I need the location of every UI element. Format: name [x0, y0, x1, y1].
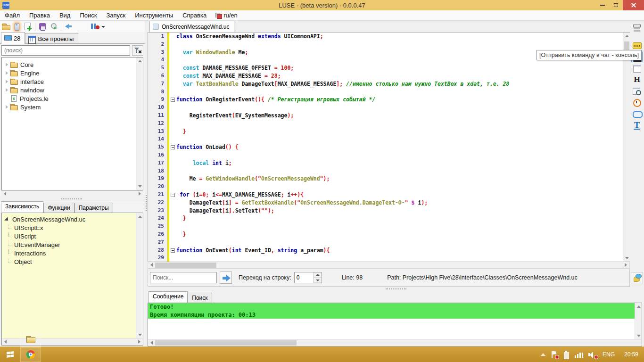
editor-hscrollbar[interactable] [148, 262, 630, 269]
code-editor[interactable]: 1class OnScreenMessageWnd extends UIComm… [148, 32, 630, 262]
maximize-button[interactable] [609, 0, 623, 10]
dep-tab-Параметры[interactable]: Параметры [74, 203, 113, 213]
search-icon[interactable] [49, 22, 58, 31]
menu-item-Справка[interactable]: Справка [178, 11, 211, 20]
minimize-button[interactable] [595, 0, 609, 10]
new-file-icon[interactable] [23, 22, 33, 31]
message-tab-Поиск[interactable]: Поиск [188, 293, 212, 303]
expand-arrow-icon[interactable] [6, 63, 8, 66]
window-icon[interactable] [631, 63, 643, 74]
dependency-item-Interactions[interactable]: Interactions [2, 249, 136, 258]
menu-item-Правка[interactable]: Правка [25, 11, 55, 20]
scroll-up-button[interactable] [623, 33, 630, 40]
text-tool-icon[interactable]: T [631, 120, 643, 130]
expand-arrow-icon[interactable] [6, 105, 8, 109]
scroll-up-button[interactable] [136, 213, 143, 220]
start-button[interactable] [0, 347, 20, 362]
taskbar-explorer-button[interactable] [20, 332, 41, 347]
scroll-up-button[interactable] [136, 58, 143, 65]
spin-down-button[interactable] [314, 278, 322, 283]
expand-arrow-icon[interactable] [6, 80, 8, 83]
show-hidden-icons-button[interactable] [541, 353, 545, 356]
tab-all-projects[interactable]: Все проекты [25, 33, 78, 44]
left-horizontal-splitter[interactable] [0, 197, 145, 201]
dependency-root[interactable]: OnScreenMessageWnd.uc [2, 215, 136, 224]
clock-label[interactable]: 20:59 [620, 351, 638, 358]
clear-filter-button[interactable] [132, 45, 143, 56]
save-icon[interactable] [38, 22, 48, 31]
keyboard-icon[interactable] [631, 41, 643, 51]
chat-console-button[interactable] [631, 272, 643, 283]
heading-icon[interactable]: H [631, 74, 643, 85]
message-splitter[interactable] [148, 287, 644, 291]
tree-item-Core[interactable]: Core [2, 60, 136, 69]
menu-item-Запуск[interactable]: Запуск [101, 11, 130, 20]
dependency-vscrollbar[interactable] [136, 213, 143, 339]
volume-muted-icon[interactable] [588, 351, 597, 358]
scroll-down-button[interactable] [136, 331, 143, 338]
hscroll-thumb[interactable] [155, 263, 216, 268]
tree-item-nwindow[interactable]: nwindow [2, 86, 136, 94]
scroll-down-button[interactable] [635, 332, 642, 339]
menu-item-Вид[interactable]: Вид [55, 11, 75, 20]
alarm-icon[interactable] [631, 97, 643, 107]
keyboard-language-label[interactable]: ENG [603, 351, 615, 358]
caret-icon[interactable] [100, 22, 106, 31]
network-icon[interactable] [575, 351, 583, 358]
fold-collapse-icon[interactable] [171, 193, 175, 197]
back-icon[interactable] [64, 22, 74, 31]
fold-collapse-icon[interactable] [171, 248, 175, 253]
scroll-left-button[interactable] [148, 262, 155, 269]
hscroll-thumb[interactable] [155, 340, 297, 346]
menu-item-Файл[interactable]: Файл [0, 11, 25, 20]
editor-vscrollbar[interactable] [623, 33, 630, 262]
tree-item-System[interactable]: System [2, 103, 136, 111]
action-center-icon[interactable] [551, 351, 558, 358]
dependency-item-Object[interactable]: Object [2, 258, 136, 266]
open-folder-icon[interactable] [1, 22, 11, 31]
tree-item-Engine[interactable]: Engine [2, 69, 136, 77]
dep-tab-Функции[interactable]: Функции [43, 203, 74, 213]
search-window-icon[interactable] [631, 86, 643, 96]
dependency-item-UIEventManager[interactable]: UIEventManager [2, 241, 136, 249]
goto-line-input[interactable] [295, 272, 314, 283]
battery-icon[interactable] [563, 351, 569, 358]
scroll-left-button[interactable] [1, 190, 8, 197]
tab-onscreenmessagewnd[interactable]: OnScreenMessageWnd.uc [149, 21, 234, 32]
project-tree-hscrollbar[interactable] [1, 190, 143, 197]
tree-item-Projects.le[interactable]: sProjects.le [2, 94, 136, 103]
shape-rect-icon[interactable] [631, 108, 643, 119]
tab-project-28[interactable]: 28 [1, 32, 25, 44]
taskbar-chrome-button[interactable] [20, 347, 41, 362]
language-switch[interactable]: ru/en [211, 11, 241, 20]
scroll-down-button[interactable] [623, 255, 630, 262]
menu-item-Инструменты[interactable]: Инструменты [130, 11, 178, 20]
find-go-button[interactable] [220, 272, 232, 284]
scroll-up-button[interactable] [635, 303, 642, 310]
fold-collapse-icon[interactable] [171, 98, 175, 102]
spin-up-button[interactable] [314, 272, 322, 278]
scroll-right-button[interactable] [622, 262, 629, 269]
run-icon[interactable] [90, 22, 99, 31]
message-tab-Сообщение[interactable]: Сообщение [149, 291, 188, 303]
expand-arrow-icon[interactable] [6, 71, 8, 75]
forward-icon[interactable] [74, 22, 84, 31]
scroll-right-button[interactable] [136, 190, 143, 197]
project-tree-vscrollbar[interactable] [136, 58, 143, 190]
dependency-item-UIScriptEx[interactable]: UIScriptEx [2, 224, 136, 232]
dependency-item-UIScript[interactable]: UIScript [2, 232, 136, 241]
fold-collapse-icon[interactable] [171, 145, 175, 149]
menu-item-Поиск[interactable]: Поиск [75, 11, 101, 20]
message-vscrollbar[interactable] [635, 303, 642, 339]
connect-icon[interactable] [12, 22, 22, 31]
collapse-triangle-icon[interactable] [4, 217, 9, 222]
tree-item-interface[interactable]: interface [2, 77, 136, 86]
scroll-down-button[interactable] [136, 183, 143, 190]
dep-tab-Зависимость[interactable]: Зависимость [1, 201, 43, 213]
close-button[interactable] [623, 0, 644, 10]
expand-arrow-icon[interactable] [6, 88, 8, 92]
message-hscrollbar[interactable] [148, 339, 642, 346]
scroll-right-button[interactable] [136, 338, 143, 346]
outline-list-icon[interactable] [631, 23, 643, 33]
scroll-left-button[interactable] [148, 339, 155, 346]
